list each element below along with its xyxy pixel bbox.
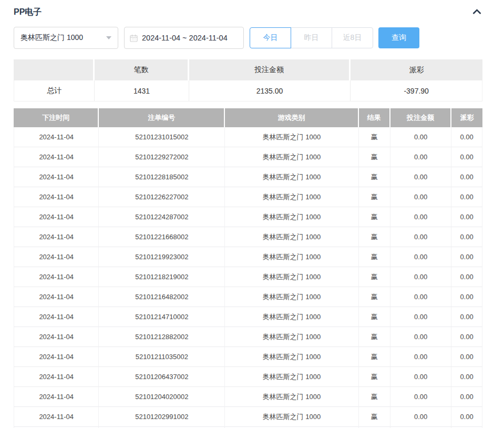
cell-result: 赢 xyxy=(359,347,391,367)
summary-total-payout: -397.90 xyxy=(351,80,482,101)
cell-game-category: 奥林匹斯之门 1000 xyxy=(225,387,358,407)
records-header-bet-time: 下注时间 xyxy=(14,108,99,127)
summary-header-payout: 派彩 xyxy=(351,59,482,80)
cell-bet-amount: 0.00 xyxy=(390,227,451,247)
pp-electronic-panel: PP电子 奥林匹斯之门 1000 2024-11-04 xyxy=(0,0,504,428)
chevron-up-icon xyxy=(472,8,481,16)
cell-bet-amount: 0.00 xyxy=(390,127,451,147)
cell-game-category: 奥林匹斯之门 1000 xyxy=(225,347,358,367)
cell-bet-amount: 0.00 xyxy=(390,327,451,347)
cell-result: 赢 xyxy=(359,147,391,167)
yesterday-button[interactable]: 昨日 xyxy=(291,27,332,48)
cell-bet-amount: 0.00 xyxy=(390,167,451,187)
cell-payout: 0.00 xyxy=(451,407,482,427)
record-row: 2024-11-0452101206437002奥林匹斯之门 1000赢0.00… xyxy=(14,367,482,387)
cell-result: 赢 xyxy=(359,307,391,327)
cell-bet-id: 52101231015002 xyxy=(99,127,225,147)
cell-game-category: 奥林匹斯之门 1000 xyxy=(225,287,358,307)
cell-payout: 0.00 xyxy=(451,307,482,327)
record-row: 2024-11-0452101224287002奥林匹斯之门 1000赢0.00… xyxy=(14,207,482,227)
game-select[interactable]: 奥林匹斯之门 1000 xyxy=(14,27,118,49)
record-row: 2024-11-0452101228185002奥林匹斯之门 1000赢0.00… xyxy=(14,167,482,187)
record-row: 2024-11-0452101221668002奥林匹斯之门 1000赢0.00… xyxy=(14,227,482,247)
cell-game-category: 奥林匹斯之门 1000 xyxy=(225,207,358,227)
record-row: 2024-11-0452101219923002奥林匹斯之门 1000赢0.00… xyxy=(14,247,482,267)
summary-header-bet-amount: 投注金额 xyxy=(189,59,351,80)
today-button[interactable]: 今日 xyxy=(250,27,291,48)
records-header-result: 结果 xyxy=(359,108,391,127)
quick-range-group: 今日 昨日 近8日 xyxy=(250,27,373,48)
cell-bet-time: 2024-11-04 xyxy=(14,287,99,307)
cell-bet-amount: 0.00 xyxy=(390,387,451,407)
cell-bet-time: 2024-11-04 xyxy=(14,207,99,227)
date-range-value: 2024-11-04 ~ 2024-11-04 xyxy=(142,34,228,42)
cell-bet-amount: 0.00 xyxy=(390,207,451,227)
cell-bet-time: 2024-11-04 xyxy=(14,307,99,327)
cell-payout: 0.00 xyxy=(451,187,482,207)
record-row: 2024-11-0452101202991002奥林匹斯之门 1000赢0.00… xyxy=(14,407,482,427)
cell-payout: 0.00 xyxy=(451,207,482,227)
record-row: 2024-11-0452101214710002奥林匹斯之门 1000赢0.00… xyxy=(14,307,482,327)
cell-bet-id: 52101204020002 xyxy=(99,387,225,407)
cell-result: 赢 xyxy=(359,327,391,347)
date-range-input[interactable]: 2024-11-04 ~ 2024-11-04 xyxy=(124,27,244,49)
cell-bet-time: 2024-11-04 xyxy=(14,227,99,247)
cell-bet-time: 2024-11-04 xyxy=(14,267,99,287)
cell-payout: 0.00 xyxy=(451,367,482,387)
cell-bet-amount: 0.00 xyxy=(390,147,451,167)
summary-header-count: 笔数 xyxy=(95,59,189,80)
cell-bet-time: 2024-11-04 xyxy=(14,187,99,207)
summary-total-count: 1431 xyxy=(95,80,189,101)
collapse-panel-button[interactable] xyxy=(471,7,482,17)
record-row: 2024-11-0452101218219002奥林匹斯之门 1000赢0.00… xyxy=(14,267,482,287)
record-row: 2024-11-0452101204020002奥林匹斯之门 1000赢0.00… xyxy=(14,387,482,407)
record-row: 2024-11-0452101211035002奥林匹斯之门 1000赢0.00… xyxy=(14,347,482,367)
record-row: 2024-11-0452101231015002奥林匹斯之门 1000赢0.00… xyxy=(14,127,482,147)
cell-bet-id: 52101229272002 xyxy=(99,147,225,167)
cell-game-category: 奥林匹斯之门 1000 xyxy=(225,307,358,327)
cell-bet-id: 52101206437002 xyxy=(99,367,225,387)
summary-header-blank xyxy=(14,59,95,80)
cell-bet-time: 2024-11-04 xyxy=(14,367,99,387)
cell-result: 赢 xyxy=(359,127,391,147)
cell-result: 赢 xyxy=(359,367,391,387)
cell-bet-amount: 0.00 xyxy=(390,407,451,427)
cell-result: 赢 xyxy=(359,167,391,187)
cell-bet-id: 52101224287002 xyxy=(99,207,225,227)
cell-payout: 0.00 xyxy=(451,327,482,347)
cell-payout: 0.00 xyxy=(451,387,482,407)
cell-payout: 0.00 xyxy=(451,287,482,307)
records-header-game-category: 游戏类别 xyxy=(225,108,358,127)
cell-game-category: 奥林匹斯之门 1000 xyxy=(225,267,358,287)
cell-game-category: 奥林匹斯之门 1000 xyxy=(225,327,358,347)
records-header-bet-amount: 投注金额 xyxy=(390,108,451,127)
cell-bet-id: 52101216482002 xyxy=(99,287,225,307)
filter-bar: 奥林匹斯之门 1000 2024-11-04 ~ 2024-11-04 今日 昨… xyxy=(14,27,482,49)
cell-bet-amount: 0.00 xyxy=(390,367,451,387)
cell-bet-time: 2024-11-04 xyxy=(14,407,99,427)
cell-bet-time: 2024-11-04 xyxy=(14,247,99,267)
panel-header: PP电子 xyxy=(14,6,482,18)
cell-payout: 0.00 xyxy=(451,347,482,367)
cell-bet-amount: 0.00 xyxy=(390,267,451,287)
records-header-row: 下注时间 注单编号 游戏类别 结果 投注金额 派彩 xyxy=(14,108,482,127)
last-8-days-button[interactable]: 近8日 xyxy=(332,27,373,48)
records-table: 下注时间 注单编号 游戏类别 结果 投注金额 派彩 2024-11-045210… xyxy=(14,108,482,428)
cell-result: 赢 xyxy=(359,287,391,307)
summary-table: 笔数 投注金额 派彩 总计 1431 2135.00 -397.90 xyxy=(14,59,482,101)
cell-bet-time: 2024-11-04 xyxy=(14,347,99,367)
record-row: 2024-11-0452101229272002奥林匹斯之门 1000赢0.00… xyxy=(14,147,482,167)
cell-bet-amount: 0.00 xyxy=(390,287,451,307)
cell-payout: 0.00 xyxy=(451,147,482,167)
cell-result: 赢 xyxy=(359,187,391,207)
record-row: 2024-11-0452101216482002奥林匹斯之门 1000赢0.00… xyxy=(14,287,482,307)
cell-game-category: 奥林匹斯之门 1000 xyxy=(225,407,358,427)
cell-bet-id: 52101219923002 xyxy=(99,247,225,267)
summary-total-bet-amount: 2135.00 xyxy=(189,80,351,101)
cell-result: 赢 xyxy=(359,267,391,287)
cell-bet-id: 52101202991002 xyxy=(99,407,225,427)
cell-bet-amount: 0.00 xyxy=(390,187,451,207)
cell-game-category: 奥林匹斯之门 1000 xyxy=(225,187,358,207)
search-button[interactable]: 查询 xyxy=(378,27,419,48)
records-header-bet-id: 注单编号 xyxy=(99,108,225,127)
